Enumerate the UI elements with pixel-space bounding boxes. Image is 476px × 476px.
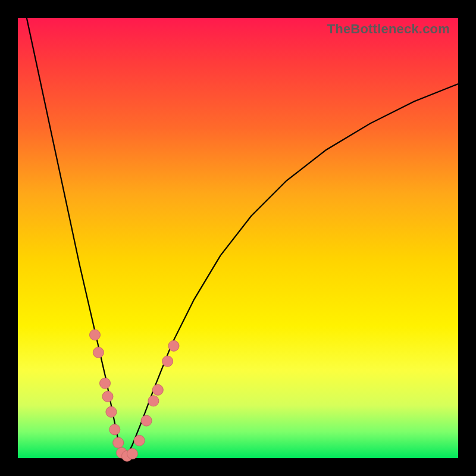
data-marker: [134, 435, 145, 446]
data-marker: [106, 406, 117, 417]
data-marker: [152, 384, 163, 395]
data-marker: [100, 378, 111, 389]
chart-frame: TheBottleneck.com: [0, 0, 476, 476]
data-marker: [93, 347, 104, 358]
plot-area: TheBottleneck.com: [18, 18, 458, 458]
data-marker: [113, 437, 124, 448]
chart-svg: [18, 18, 458, 458]
data-marker: [168, 340, 179, 351]
data-marker: [102, 391, 113, 402]
data-marker: [127, 449, 137, 459]
marker-group: [90, 330, 180, 462]
data-marker: [141, 415, 152, 426]
data-marker: [148, 396, 159, 406]
data-marker: [109, 424, 120, 435]
data-marker: [162, 356, 173, 367]
data-marker: [90, 330, 101, 340]
bottleneck-curve: [27, 18, 458, 458]
